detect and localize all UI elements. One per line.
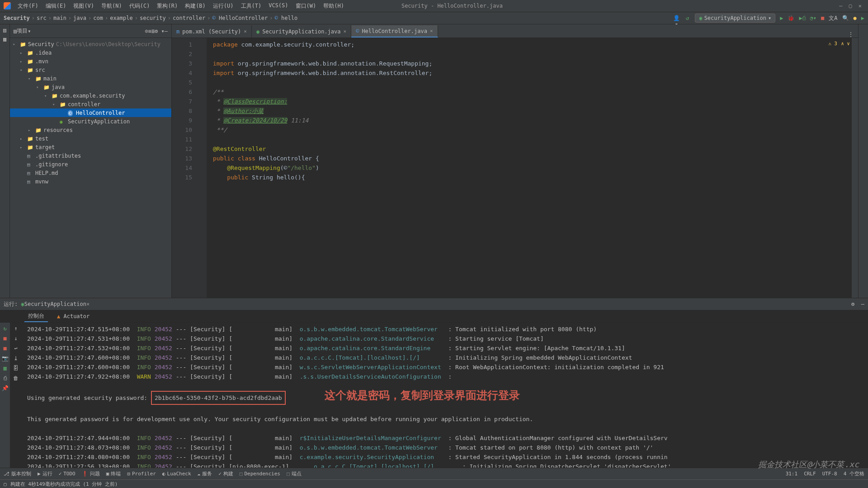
tree-item[interactable]: ▸test <box>10 134 171 143</box>
camera-icon[interactable]: 📷 <box>2 355 9 361</box>
sync-icon[interactable]: ↺ <box>684 15 690 21</box>
status-item[interactable]: ◐LuaCheck <box>162 471 191 477</box>
editor-tab[interactable]: ©HelloController.java× <box>351 25 438 38</box>
chevrons-icon[interactable]: ∧ ∨ <box>841 41 850 47</box>
status-item[interactable]: ✓TODO <box>59 471 75 477</box>
tree-item[interactable]: .gitattributes <box>10 151 171 160</box>
up-icon[interactable]: ↑ <box>14 325 17 332</box>
status-item[interactable]: ✓构建 <box>218 470 233 477</box>
structure-tool-icon[interactable]: ▦ <box>3 36 6 42</box>
status-item[interactable]: ⎇版本控制 <box>4 470 31 477</box>
tree-item[interactable]: SecurityApplication <box>10 117 171 126</box>
close-icon[interactable]: × <box>430 28 433 34</box>
minimize-icon[interactable]: — <box>839 3 842 9</box>
tab-console[interactable]: 控制台 <box>24 311 48 322</box>
tree-item[interactable]: HELP.md <box>10 169 171 177</box>
chevron-down-icon[interactable]: ▾ <box>28 28 31 34</box>
search-icon[interactable]: 🔍 <box>842 15 849 21</box>
stop-icon[interactable]: ■ <box>3 335 6 342</box>
project-tree[interactable]: ▾Security C:\Users\Lenovo\Desktop\Securi… <box>10 38 171 298</box>
maximize-icon[interactable]: ▢ <box>849 3 852 9</box>
status-right-item[interactable]: 31:1 <box>786 471 798 477</box>
translate-icon[interactable]: 文A <box>829 14 837 22</box>
menu-item[interactable]: 编辑(E) <box>42 2 70 10</box>
tree-item[interactable]: ▸target <box>10 143 171 151</box>
tree-item[interactable]: ▾main <box>10 74 171 83</box>
crumb-item[interactable]: example <box>110 15 133 21</box>
tree-item[interactable]: ▸resources <box>10 126 171 134</box>
crumb-item[interactable]: security <box>140 15 166 21</box>
tree-item[interactable]: .gitignore <box>10 160 171 169</box>
stop-icon[interactable]: ■ <box>821 15 824 21</box>
status-item[interactable]: ▣终端 <box>106 470 121 477</box>
hide-icon[interactable]: — <box>165 28 168 34</box>
editor-tab[interactable]: ◉SecurityApplication.java× <box>252 25 351 38</box>
status-item[interactable]: ▶运行 <box>38 470 52 477</box>
breadcrumb[interactable]: Security›src›main›java›com›example›secur… <box>4 15 297 21</box>
tree-item[interactable]: ▾src <box>10 66 171 74</box>
trash-icon[interactable]: 🗑 <box>13 375 19 381</box>
menu-item[interactable]: 导航(N) <box>98 2 125 10</box>
crumb-item[interactable]: © HelloController <box>212 15 268 21</box>
collapse-icon[interactable]: ≣ <box>151 28 155 34</box>
menu-item[interactable]: 文件(F) <box>14 2 42 10</box>
crumb-item[interactable]: com <box>93 15 103 21</box>
hide-icon[interactable]: — <box>861 301 864 307</box>
expand-icon[interactable]: ≡ <box>148 28 151 34</box>
stop2-icon[interactable]: ■ <box>3 345 6 352</box>
run-config-combo[interactable]: ◉ SecurityApplication ▾ <box>695 14 775 23</box>
close-icon[interactable]: × <box>244 28 247 34</box>
status-item[interactable]: ⊡Profiler <box>127 471 156 477</box>
code[interactable]: package com.example.security.controller;… <box>207 38 852 298</box>
tree-item[interactable]: HelloController <box>10 108 171 117</box>
tree-item[interactable]: ▾Security C:\Users\Lenovo\Desktop\Securi… <box>10 40 171 48</box>
tree-item[interactable]: ▾controller <box>10 100 171 108</box>
status-item[interactable]: ❗问题 <box>82 470 100 477</box>
crumb-item[interactable]: main <box>53 15 66 21</box>
user-icon[interactable]: 👤▾ <box>673 15 679 21</box>
menu-item[interactable]: 窗口(W) <box>292 2 320 10</box>
tree-item[interactable]: ▾com.example.security <box>10 91 171 100</box>
rerun-icon[interactable]: ↻ <box>3 325 6 332</box>
console-output[interactable]: 2024-10-29T11:27:47.515+08:00 INFO 20452… <box>22 323 868 468</box>
gear-icon[interactable]: ⚙ ▾ <box>155 28 165 34</box>
crumb-item[interactable]: © hello <box>275 15 298 21</box>
tree-item[interactable]: mvnw <box>10 177 171 186</box>
status-right-item[interactable]: UTF-8 <box>822 471 837 477</box>
status-item[interactable]: ☁服务 <box>198 470 212 477</box>
avatar-icon[interactable]: ● <box>854 15 857 21</box>
tab-close-icon[interactable]: × <box>86 301 90 307</box>
debug-icon[interactable]: 🐞 <box>788 15 794 21</box>
print-icon[interactable]: ⎙ <box>4 375 7 381</box>
project-label[interactable]: 项目 <box>17 27 28 35</box>
tab-actuator[interactable]: ▲ Actuator <box>53 312 93 321</box>
more-tabs-icon[interactable]: ⋮ <box>848 31 858 38</box>
crumb-item[interactable]: controller <box>173 15 205 21</box>
menu-item[interactable]: 运行(U) <box>210 2 237 10</box>
tree-item[interactable]: ▾java <box>10 83 171 91</box>
crumb-item[interactable]: java <box>73 15 86 21</box>
pin-icon[interactable]: 📌 <box>2 385 9 391</box>
run-icon[interactable]: ▶ <box>780 15 783 21</box>
crumb-item[interactable]: Security <box>4 15 30 21</box>
locate-icon[interactable]: ⊙ <box>145 28 148 34</box>
editor-tab[interactable]: mpom.xml (Security)× <box>172 25 252 38</box>
scroll-icon[interactable]: ⤓ <box>14 355 18 361</box>
tree-item[interactable]: ▸.idea <box>10 48 171 57</box>
menu-item[interactable]: 工具(T) <box>238 2 265 10</box>
down-icon[interactable]: ↓ <box>14 335 17 342</box>
profile-icon[interactable]: ◔▾ <box>810 15 816 21</box>
project-tool-icon[interactable]: ▤ <box>3 27 6 33</box>
status-right-item[interactable]: 4 个空格 <box>844 470 864 477</box>
status-item[interactable]: ⬚端点 <box>287 470 302 477</box>
status-right-item[interactable]: CRLF <box>804 471 816 477</box>
menu-item[interactable]: VCS(S) <box>265 2 291 10</box>
menu-item[interactable]: 重构(R) <box>154 2 181 10</box>
play2-icon[interactable]: ▶ <box>861 15 864 21</box>
close-icon[interactable]: ✕ <box>859 3 862 9</box>
tree-item[interactable]: ▸.mvn <box>10 57 171 66</box>
layout-icon[interactable]: ▦ <box>3 365 6 371</box>
menu-item[interactable]: 构建(B) <box>182 2 209 10</box>
menu-item[interactable]: 视图(V) <box>70 2 97 10</box>
warning-count[interactable]: ⚠ 3 <box>828 41 837 47</box>
